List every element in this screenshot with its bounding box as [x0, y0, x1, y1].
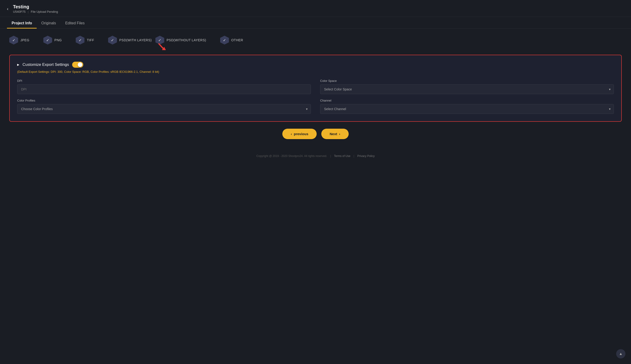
settings-toggle[interactable] [72, 62, 83, 68]
scroll-top-icon: ▲ [619, 352, 623, 356]
project-status: File Upload Pending [31, 10, 58, 14]
file-type-row-2: ✓ PSD(WITHOUT LAYERS) ✓ OTHER [155, 36, 243, 44]
file-type-psd-without: ✓ PSD(WITHOUT LAYERS) [155, 36, 206, 44]
next-label: Next [330, 132, 337, 136]
file-type-tiff: ✓ TIFF [76, 36, 94, 44]
customize-settings-title: Customize Export Settings [23, 62, 69, 67]
other-label: OTHER [231, 38, 243, 42]
channel-select[interactable]: Select Channel 8 bit 16 bit [320, 104, 614, 114]
tab-project-info[interactable]: Project Info [7, 17, 37, 28]
default-settings-text: (Default Export Settings: DPI: 300, Colo… [17, 70, 614, 74]
file-type-jpeg: ✓ JPEG [9, 36, 30, 44]
previous-button[interactable]: ‹ previous [282, 129, 317, 139]
color-profiles-label: Color Profiles [17, 99, 311, 102]
svg-marker-1 [162, 47, 166, 50]
color-profiles-select-wrapper: Choose Color Profiles sRGB IEC61966-2.1 … [17, 104, 311, 114]
dpi-label: DPI [17, 79, 311, 82]
dpi-group: DPI [17, 79, 311, 94]
expand-arrow-icon: ▶ [17, 63, 19, 66]
back-button[interactable]: ‹ [7, 6, 8, 11]
prev-arrow-icon: ‹ [291, 132, 292, 136]
psd-with-label: PSD(WITH LAYERS) [119, 38, 152, 42]
color-profiles-group: Color Profiles Choose Color Profiles sRG… [17, 99, 311, 114]
psd-with-checkbox[interactable]: ✓ [108, 36, 117, 44]
export-form-grid: DPI Color Space Select Color Space RGB C… [17, 79, 614, 114]
file-type-row-1: ✓ JPEG ✓ PNG ✓ TIFF ✓ PSD(WITH LAYERS) [9, 36, 152, 44]
terms-link[interactable]: Terms of Use [334, 154, 351, 158]
png-checkbox[interactable]: ✓ [43, 36, 52, 44]
next-button[interactable]: Next › [321, 129, 349, 139]
channel-group: Channel Select Channel 8 bit 16 bit [320, 99, 614, 114]
project-name: Testing [13, 4, 58, 10]
export-settings-box: ▶ Customize Export Settings (Default Exp… [9, 55, 622, 122]
dpi-input[interactable] [17, 84, 311, 94]
file-type-list: ✓ JPEG ✓ PNG ✓ TIFF ✓ PSD(WITH LAYERS) ✓… [9, 36, 622, 48]
file-type-other: ✓ OTHER [220, 36, 243, 44]
psd-without-checkbox[interactable]: ✓ [155, 36, 164, 44]
jpeg-checkbox[interactable]: ✓ [9, 36, 18, 44]
tab-originals[interactable]: Originals [37, 17, 61, 28]
page-footer: Copyright @ 2019 - 2020 Shootpro24. All … [0, 151, 631, 161]
color-space-label: Color Space [320, 79, 614, 82]
navigation-buttons: ‹ previous Next › [9, 129, 622, 139]
scroll-to-top-button[interactable]: ▲ [616, 349, 625, 358]
psd-without-label: PSD(WITHOUT LAYERS) [167, 38, 206, 42]
color-space-select-wrapper: Select Color Space RGB CMYK [320, 84, 614, 94]
tab-edited-files[interactable]: Edited Files [61, 17, 89, 28]
channel-select-wrapper: Select Channel 8 bit 16 bit [320, 104, 614, 114]
tiff-label: TIFF [87, 38, 94, 42]
prev-label: previous [294, 132, 308, 136]
color-space-group: Color Space Select Color Space RGB CMYK [320, 79, 614, 94]
file-type-psd-with: ✓ PSD(WITH LAYERS) [108, 36, 152, 44]
subtitle-separator: | [28, 10, 29, 14]
footer-copyright: Copyright @ 2019 - 2020 Shootpro24. All … [256, 154, 327, 158]
customize-header: ▶ Customize Export Settings [17, 62, 614, 68]
privacy-link[interactable]: Privacy Policy [357, 154, 375, 158]
svg-line-0 [159, 44, 164, 50]
project-id: U540P75 [13, 10, 26, 14]
jpeg-label: JPEG [21, 38, 30, 42]
color-space-select[interactable]: Select Color Space RGB CMYK [320, 84, 614, 94]
file-type-png: ✓ PNG [43, 36, 62, 44]
project-subtitle: U540P75 | File Upload Pending [13, 10, 58, 14]
color-profiles-select[interactable]: Choose Color Profiles sRGB IEC61966-2.1 … [17, 104, 311, 114]
main-content: ✓ JPEG ✓ PNG ✓ TIFF ✓ PSD(WITH LAYERS) ✓… [0, 29, 631, 151]
png-label: PNG [55, 38, 62, 42]
next-arrow-icon: › [339, 132, 340, 136]
other-checkbox[interactable]: ✓ [220, 36, 229, 44]
channel-label: Channel [320, 99, 614, 102]
toggle-track [72, 62, 83, 68]
project-info-block: Testing U540P75 | File Upload Pending [13, 4, 58, 14]
toggle-thumb [78, 62, 82, 67]
page-header: ‹ Testing U540P75 | File Upload Pending [0, 0, 631, 17]
tiff-checkbox[interactable]: ✓ [76, 36, 85, 44]
tab-bar: Project Info Originals Edited Files [0, 17, 631, 29]
